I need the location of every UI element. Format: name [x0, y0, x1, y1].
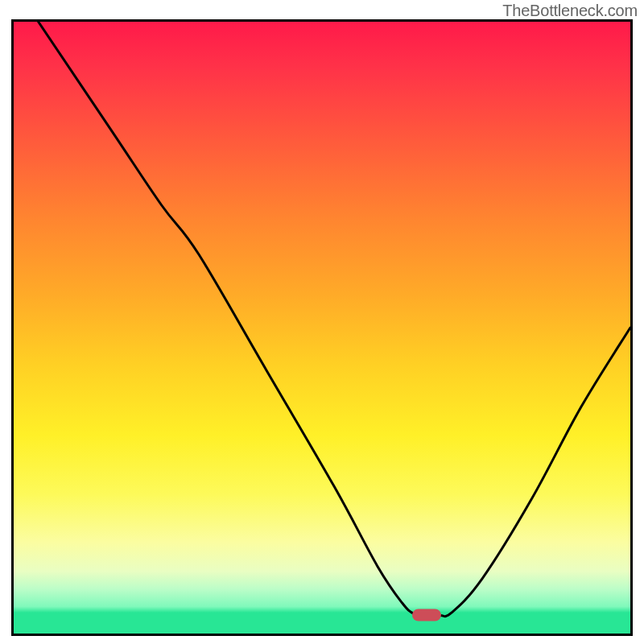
chart-frame [11, 19, 633, 636]
chart-baseline-band [14, 613, 630, 634]
chart-background-gradient [14, 22, 630, 613]
attribution-text: TheBottleneck.com [502, 2, 638, 20]
